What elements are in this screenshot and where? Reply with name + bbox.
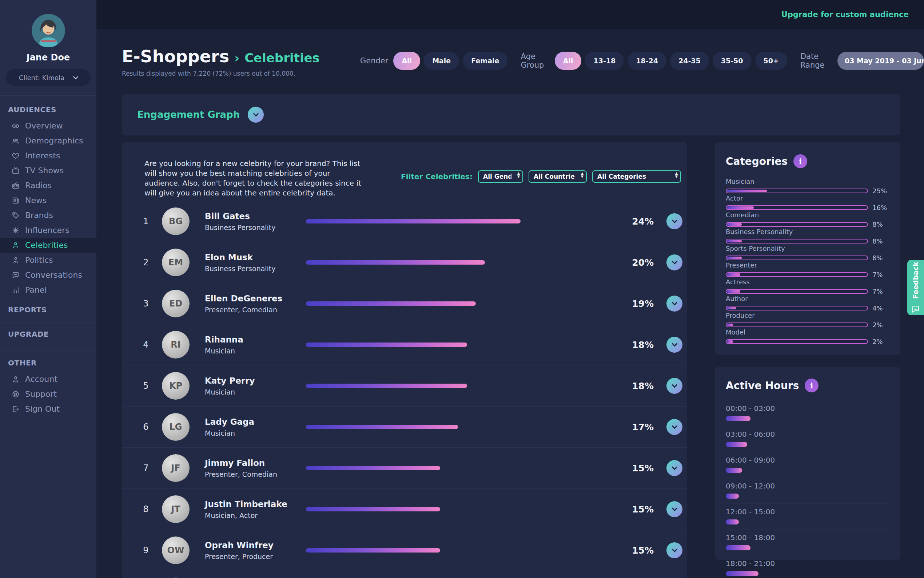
gender-filter-pill[interactable]: Female	[463, 52, 508, 70]
category-label: Actor	[726, 194, 890, 202]
category-item: Comedian 8%	[726, 211, 890, 228]
category-bar-fill	[727, 206, 754, 209]
celebrity-rank: 5	[135, 381, 157, 391]
sidebar-item[interactable]: Demographics	[0, 133, 96, 148]
celebrity-role: Musician	[205, 347, 303, 355]
expand-row-button[interactable]	[667, 213, 683, 229]
expand-row-button[interactable]	[667, 255, 683, 270]
engagement-bar	[306, 219, 521, 224]
sidebar-item-label: Politics	[25, 255, 53, 265]
category-label: Musician	[726, 178, 890, 185]
category-bar-fill	[727, 323, 733, 326]
countries-select-wrapper: All Countries ▲▼	[529, 170, 587, 183]
active-hour-bar	[726, 545, 751, 550]
age-group-filter-pill[interactable]: All	[555, 52, 582, 70]
celebrity-name: Bill Gates	[205, 211, 303, 221]
upgrade-section-header[interactable]: UPGRADE	[0, 330, 96, 338]
category-bar-track	[726, 339, 868, 344]
category-item: Sports Personality 8%	[726, 245, 890, 261]
age-group-filter-pill[interactable]: 13-18	[585, 52, 624, 70]
active-hour-label: 18:00 - 21:00	[726, 559, 890, 568]
sidebar-item[interactable]: Panel	[0, 283, 96, 297]
expand-row-button[interactable]	[667, 378, 683, 394]
sidebar-item[interactable]: Conversations	[0, 268, 96, 283]
active-hour-label: 15:00 - 18:00	[726, 533, 890, 542]
sidebar-item[interactable]: Support	[0, 386, 96, 401]
info-icon[interactable]: i	[805, 378, 819, 392]
sidebar-item[interactable]: Account	[0, 372, 96, 386]
sidebar-item[interactable]: Overview	[0, 118, 96, 133]
gender-filter-pill[interactable]: All	[393, 52, 420, 70]
genders-select[interactable]: All Genders	[478, 170, 523, 183]
sidebar-item[interactable]: Radios	[0, 178, 96, 193]
sidebar-item-icon	[11, 271, 19, 279]
age-group-filter-pill[interactable]: 35-50	[713, 52, 752, 70]
engagement-bar	[306, 384, 467, 388]
age-group-filter-pill[interactable]: 18-24	[628, 52, 667, 70]
active-hours-list: 00:00 - 03:00 03:00 - 06:00 06:00 - 09:0…	[726, 400, 890, 578]
celebrity-row-partial	[122, 571, 687, 578]
age-group-filter-pill[interactable]: 50+	[755, 52, 787, 70]
sidebar-item-icon	[11, 182, 19, 190]
upgrade-custom-audience-link[interactable]: Upgrade for custom audience	[782, 10, 909, 19]
celebrity-name: Justin Timberlake	[205, 499, 303, 509]
engagement-bar	[306, 301, 476, 306]
gender-filter-pill[interactable]: Male	[424, 52, 459, 70]
chevron-down-icon	[73, 74, 78, 80]
sidebar-item[interactable]: News	[0, 193, 96, 208]
sidebar-item[interactable]: Influencers	[0, 223, 96, 238]
engagement-bar	[306, 548, 440, 552]
celebrity-rank: 1	[135, 216, 157, 226]
active-hours-panel: Active Hours i 00:00 - 03:00 03:00 - 06:…	[715, 367, 900, 560]
reports-section-header[interactable]: REPORTS	[0, 305, 96, 314]
sidebar-item[interactable]: Interests	[0, 148, 96, 163]
client-selector-label: Client: Kimola	[19, 74, 65, 81]
active-hour-item: 12:00 - 15:00	[726, 504, 890, 529]
category-bar-track	[726, 306, 868, 310]
expand-row-button[interactable]	[667, 337, 683, 353]
celebrity-name: Lady Gaga	[205, 417, 303, 427]
active-hour-item: 15:00 - 18:00	[726, 529, 890, 555]
category-label: Comedian	[726, 211, 890, 219]
active-hour-bar	[726, 416, 751, 421]
celebrity-name: Katy Perry	[205, 376, 303, 385]
user-avatar-illustration	[32, 14, 65, 47]
engagement-graph-expand-button[interactable]	[248, 107, 264, 123]
countries-select[interactable]: All Countries	[529, 170, 587, 183]
categories-select[interactable]: All Categories	[592, 170, 681, 183]
celebrity-avatar: ED	[162, 290, 189, 317]
date-range-picker[interactable]: 03 May 2019 - 03 Jun 2019	[837, 52, 924, 70]
user-name: Jane Doe	[0, 52, 96, 63]
feedback-tab[interactable]: Feedback	[907, 260, 924, 315]
engagement-percent: 17%	[632, 422, 654, 432]
expand-row-button[interactable]	[667, 295, 683, 312]
expand-row-button[interactable]	[667, 460, 683, 476]
info-icon[interactable]: i	[793, 154, 807, 168]
celebrity-row: 9 OW Oprah Winfrey Presenter, Producer 1…	[122, 530, 687, 571]
active-hour-item: 03:00 - 06:00	[726, 426, 890, 452]
celebrity-name: Elon Musk	[205, 253, 303, 262]
client-selector[interactable]: Client: Kimola	[6, 69, 91, 86]
sidebar-item-label: Brands	[25, 211, 53, 220]
sidebar-item[interactable]: Brands	[0, 208, 96, 223]
celebrity-row: 6 LG Lady Gaga Musician 17%	[122, 407, 687, 448]
sidebar-item-icon	[11, 122, 19, 130]
sidebar-item[interactable]: Celebrities	[0, 238, 96, 253]
sidebar-item[interactable]: Politics	[0, 253, 96, 268]
sidebar-item-icon	[11, 137, 19, 145]
chevron-down-icon	[672, 382, 677, 388]
audiences-section-header: AUDIENCES	[0, 105, 96, 114]
expand-row-button[interactable]	[667, 501, 683, 517]
category-bar-fill	[727, 257, 742, 259]
age-group-filter-pill[interactable]: 24-35	[670, 52, 709, 70]
expand-row-button[interactable]	[667, 419, 683, 435]
sidebar-item[interactable]: Sign Out	[0, 401, 96, 416]
divider	[0, 95, 96, 96]
celebrity-role: Presenter, Comedian	[205, 470, 303, 478]
engagement-graph-title: Engagement Graph	[137, 109, 240, 120]
expand-row-button[interactable]	[667, 542, 683, 559]
engagement-percent: 15%	[632, 463, 654, 474]
sidebar-item[interactable]: TV Shows	[0, 163, 96, 178]
celebrities-filter-row: Filter Celebrities: All Genders ▲▼ All C…	[401, 170, 681, 183]
sidebar-item-label: Interests	[25, 151, 60, 160]
